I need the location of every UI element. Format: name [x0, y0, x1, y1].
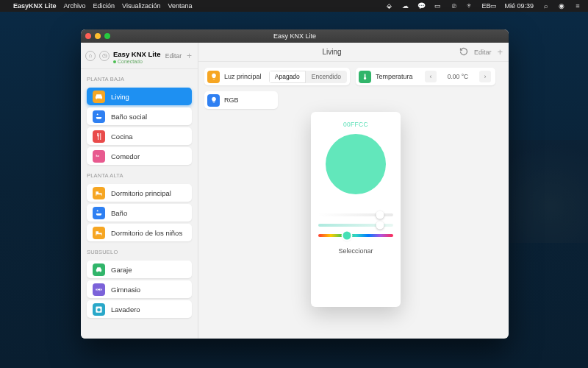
luz-on-button[interactable]: Encendido	[306, 71, 347, 83]
menubar-app-name[interactable]: EasyKNX Lite	[13, 2, 57, 10]
picker-select-button[interactable]: Seleccionar	[338, 247, 373, 255]
sofa-icon	[93, 91, 105, 103]
dropbox-icon[interactable]: ⬙	[384, 1, 393, 10]
slider-knob[interactable]	[376, 211, 384, 219]
sidebar-room-garaje[interactable]: Garaje	[87, 261, 192, 278]
sidebar-room-label: Gimnasio	[111, 286, 140, 294]
cloud-icon[interactable]: ☁	[401, 1, 409, 10]
picker-slider-brightness[interactable]	[318, 213, 393, 216]
card-rgb[interactable]: RGB	[204, 91, 278, 109]
spotlight-icon[interactable]: ⌕	[541, 1, 550, 10]
reload-icon	[459, 47, 468, 56]
divider	[81, 68, 198, 69]
list-icon[interactable]: ≡	[573, 1, 582, 10]
rgb-color-picker: 00FFCC Seleccionar	[311, 112, 401, 307]
lightbulb-icon	[207, 71, 220, 83]
sidebar-room-dormitorio-de-los-niños[interactable]: Dormitorio de los niños	[87, 224, 192, 241]
sidebar-room-label: Baño social	[111, 113, 147, 121]
slider-knob[interactable]	[343, 232, 351, 240]
user-icon[interactable]: ◉	[557, 1, 566, 10]
sidebar-group-label: PLANTA ALTA	[81, 167, 198, 182]
sidebar-title: Easy KNX Lite	[113, 50, 160, 58]
sidebar-room-label: Garaje	[111, 266, 132, 274]
sidebar-room-label: Lavadero	[111, 305, 140, 314]
picker-color-swatch[interactable]	[326, 134, 386, 194]
sidebar-group-label: PLANTA BAJA	[81, 71, 198, 85]
clock-icon[interactable]: ◷	[99, 51, 110, 61]
sidebar-room-label: Baño	[111, 209, 127, 217]
airplay-icon[interactable]: ⎚	[449, 1, 458, 10]
bed-icon	[93, 227, 105, 239]
sidebar-room-label: Cocina	[111, 132, 133, 141]
sidebar-room-label: Dormitorio de los niños	[111, 229, 182, 237]
wifi-icon[interactable]: ᯤ	[465, 1, 474, 10]
menubar-clock[interactable]: Mié 09:39	[504, 2, 534, 10]
sidebar-room-comedor[interactable]: kxComedor	[87, 147, 192, 165]
gym-icon	[93, 283, 105, 296]
menu-ventana[interactable]: Ventana	[168, 2, 192, 10]
card-label: Luz principal	[224, 73, 266, 80]
wash-icon	[93, 303, 105, 316]
card-luz-principal[interactable]: Luz principal Apagado Encendido	[204, 68, 350, 85]
main-header: Living Editar +	[198, 43, 509, 62]
battery-indicator[interactable]: EB▭	[481, 2, 497, 10]
bath-icon	[93, 207, 105, 219]
main-edit-button[interactable]: Editar	[474, 49, 492, 56]
sidebar-room-label: Living	[111, 93, 129, 101]
card-temperatura[interactable]: Temperatura ‹ 0.00 °C ›	[356, 68, 495, 85]
temp-next-button[interactable]: ›	[479, 71, 491, 82]
svg-text:kx: kx	[96, 153, 99, 157]
car-icon	[93, 263, 105, 276]
card-label: RGB	[224, 96, 243, 104]
screen-icon[interactable]: ▭	[433, 1, 442, 10]
sidebar-room-dormitorio-principal[interactable]: Dormitorio principal	[87, 184, 192, 202]
sidebar-room-baño[interactable]: Baño	[87, 204, 192, 222]
sidebar-room-lavadero[interactable]: Lavadero	[87, 300, 192, 318]
sidebar-room-living[interactable]: Living	[87, 88, 192, 105]
card-label: Temperatura	[376, 73, 417, 80]
macos-menubar: EasyKNX Lite Archivo Edición Visualizaci…	[0, 0, 588, 12]
menu-visualizacion[interactable]: Visualización	[122, 2, 160, 10]
slider-knob[interactable]	[376, 222, 384, 230]
bed-icon	[93, 187, 105, 199]
window-titlebar[interactable]: Easy KNX Lite	[81, 29, 509, 43]
home-icon[interactable]: ⌂	[85, 51, 96, 61]
main-title: Living	[204, 48, 459, 56]
bath-icon	[93, 110, 105, 123]
thermometer-icon	[359, 71, 371, 83]
picker-hex-value: 00FFCC	[343, 121, 368, 128]
chat-icon[interactable]: 💬	[417, 1, 426, 10]
app-window: Easy KNX Lite ⌂ ◷ Easy KNX Lite Conectad…	[81, 29, 509, 339]
lightbulb-icon	[207, 94, 220, 107]
reload-button[interactable]	[459, 47, 468, 57]
sidebar-room-cocina[interactable]: Cocina	[87, 127, 192, 145]
sidebar-room-baño-social[interactable]: Baño social	[87, 107, 192, 125]
window-title: Easy KNX Lite	[81, 32, 509, 40]
temp-value: 0.00 °C	[441, 73, 475, 80]
luz-off-button[interactable]: Apagado	[269, 71, 306, 83]
menu-archivo[interactable]: Archivo	[64, 2, 86, 10]
sidebar-header: ⌂ ◷ Easy KNX Lite Conectado Editar +	[81, 43, 198, 67]
main-add-button[interactable]: +	[497, 46, 503, 57]
sidebar: ⌂ ◷ Easy KNX Lite Conectado Editar + PLA…	[81, 43, 198, 339]
sidebar-edit-button[interactable]: Editar	[165, 52, 182, 60]
sidebar-status: Conectado	[113, 59, 162, 64]
menu-edicion[interactable]: Edición	[93, 2, 115, 10]
fork-icon	[93, 130, 105, 143]
sidebar-add-button[interactable]: +	[185, 51, 193, 61]
temp-prev-button[interactable]: ‹	[425, 71, 437, 82]
picker-slider-saturation[interactable]	[318, 224, 393, 227]
sidebar-group-label: SUBSUELO	[81, 244, 198, 258]
knx-icon: kx	[93, 150, 105, 163]
sidebar-room-label: Comedor	[111, 152, 140, 160]
picker-slider-hue[interactable]	[318, 234, 393, 237]
sidebar-room-label: Dormitorio principal	[111, 189, 171, 197]
sidebar-room-gimnasio[interactable]: Gimnasio	[87, 280, 192, 298]
luz-toggle[interactable]: Apagado Encendido	[269, 71, 347, 83]
